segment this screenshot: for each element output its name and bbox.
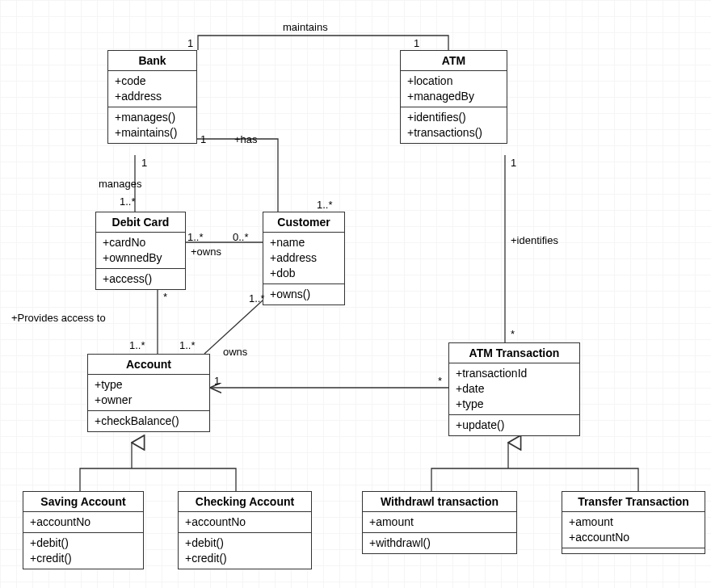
attrs: +accountNo: [179, 512, 311, 533]
label-maintains: maintains: [283, 21, 328, 33]
op: +withdrawl(): [369, 536, 510, 551]
mult-customer-bottom: 1..*: [249, 292, 265, 304]
ops: +withdrawl(): [363, 533, 516, 553]
attr: +transactionId: [456, 366, 573, 381]
ops: +owns(): [263, 284, 344, 304]
attrs: +cardNo +ownnedBy: [96, 233, 185, 269]
class-title: Customer: [263, 212, 344, 233]
attrs: +location +managedBy: [401, 71, 507, 107]
attr: +address: [115, 89, 190, 104]
class-customer: Customer +name +address +dob +owns(): [263, 212, 345, 305]
op: +identifies(): [407, 110, 500, 125]
attr: +ownnedBy: [103, 250, 179, 266]
class-title: Bank: [108, 51, 196, 71]
attr: +address: [270, 250, 338, 266]
mult-account-right2: 1: [214, 375, 220, 387]
attr: +type: [95, 377, 203, 393]
op: +credit(): [30, 551, 137, 566]
attr: +managedBy: [407, 89, 500, 104]
class-title: Account: [88, 355, 209, 375]
class-bank: Bank +code +address +manages() +maintain…: [107, 50, 197, 144]
class-title: ATM Transaction: [449, 343, 579, 363]
class-withdrawl: Withdrawl transaction +amount +withdrawl…: [362, 491, 517, 554]
op: +manages(): [115, 110, 190, 125]
class-atm: ATM +location +managedBy +identifies() +…: [400, 50, 507, 144]
ops: +debit() +credit(): [23, 533, 143, 569]
attr: +accountNo: [569, 530, 698, 545]
ops: +access(): [96, 269, 185, 289]
mult-atm-bottom: 1: [511, 157, 516, 169]
ops: +identifies() +transactions(): [401, 107, 507, 143]
attr: +accountNo: [185, 514, 305, 530]
attr: +date: [456, 381, 573, 397]
label-has: +has: [234, 133, 258, 145]
attrs: +amount +accountNo: [562, 512, 705, 548]
attrs: +transactionId +date +type: [449, 363, 579, 415]
mult-bank-top: 1: [187, 37, 193, 49]
mult-atmtxn-top: *: [511, 328, 515, 340]
class-title: Transfer Transaction: [562, 492, 705, 512]
label-identifies: +identifies: [511, 234, 558, 246]
attr: +name: [270, 235, 338, 250]
class-title: Withdrawl transaction: [363, 492, 516, 512]
attr: +dob: [270, 266, 338, 281]
class-title: Debit Card: [96, 212, 185, 233]
attr: +type: [456, 397, 573, 412]
attr: +cardNo: [103, 235, 179, 250]
op: +owns(): [270, 287, 338, 302]
class-checking: Checking Account +accountNo +debit() +cr…: [178, 491, 312, 569]
class-title: Saving Account: [23, 492, 143, 512]
mult-account-top: 1..*: [129, 339, 145, 351]
mult-bank-right: 1: [200, 133, 206, 145]
attrs: +amount: [363, 512, 516, 533]
label-provides: +Provides access to: [11, 312, 106, 324]
class-debitcard: Debit Card +cardNo +ownnedBy +access(): [95, 212, 186, 290]
mult-debit-right: 1..*: [187, 231, 204, 243]
op: +access(): [103, 271, 179, 287]
attr: +code: [115, 74, 190, 89]
class-title: Checking Account: [179, 492, 311, 512]
attr: +location: [407, 74, 500, 89]
mult-txn-left: *: [438, 375, 442, 387]
op: +maintains(): [115, 125, 190, 141]
ops: [562, 548, 705, 553]
mult-bank-bottom: 1: [141, 157, 147, 169]
class-transfer: Transfer Transaction +amount +accountNo: [562, 491, 705, 554]
op: +checkBalance(): [95, 414, 203, 429]
ops: +debit() +credit(): [179, 533, 311, 569]
class-title: ATM: [401, 51, 507, 71]
ops: +update(): [449, 415, 579, 435]
attr: +accountNo: [30, 514, 137, 530]
ops: +checkBalance(): [88, 411, 209, 431]
mult-debit-bottom: *: [163, 291, 167, 303]
mult-debit-top: 1..*: [120, 195, 136, 208]
mult-customer-top: 1..*: [317, 199, 333, 211]
attrs: +name +address +dob: [263, 233, 344, 284]
op: +transactions(): [407, 125, 500, 141]
op: +debit(): [185, 536, 305, 551]
mult-atm-top: 1: [414, 37, 419, 49]
ops: +manages() +maintains(): [108, 107, 196, 143]
mult-account-right: 1..*: [179, 339, 196, 351]
label-manages: manages: [99, 178, 141, 190]
label-owns-account: owns: [223, 346, 247, 358]
class-saving: Saving Account +accountNo +debit() +cred…: [23, 491, 144, 569]
attrs: +type +owner: [88, 375, 209, 411]
attrs: +code +address: [108, 71, 196, 107]
op: +credit(): [185, 551, 305, 566]
mult-customer-left: 0..*: [233, 231, 249, 243]
class-atmtxn: ATM Transaction +transactionId +date +ty…: [448, 342, 580, 436]
attr: +amount: [569, 514, 698, 530]
op: +debit(): [30, 536, 137, 551]
class-account: Account +type +owner +checkBalance(): [87, 354, 210, 432]
attrs: +accountNo: [23, 512, 143, 533]
attr: +owner: [95, 393, 203, 408]
op: +update(): [456, 418, 573, 433]
label-owns-debit: +owns: [191, 246, 221, 258]
attr: +amount: [369, 514, 510, 530]
